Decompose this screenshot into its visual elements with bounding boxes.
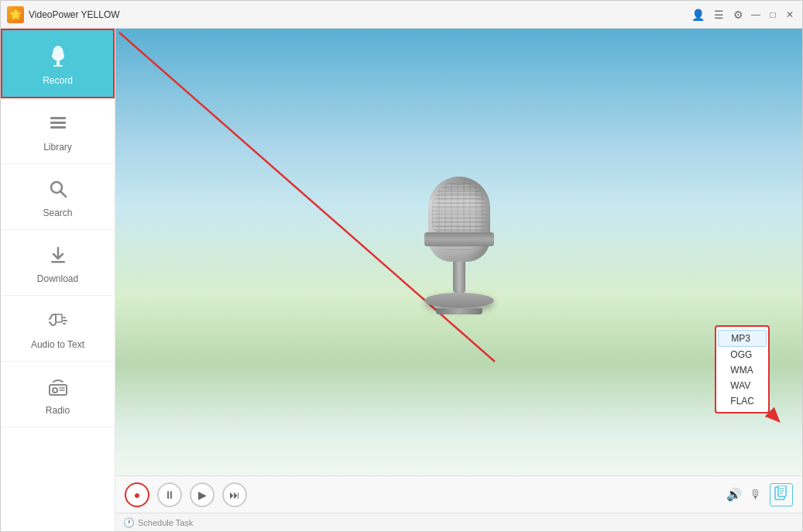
sidebar-download-label: Download bbox=[37, 273, 78, 284]
format-popup: MP3 OGG WMA WAV FLAC bbox=[715, 325, 770, 414]
svg-line-7 bbox=[60, 191, 66, 197]
sidebar-item-audio-to-text[interactable]: Audio to Text bbox=[1, 296, 115, 362]
schedule-task-label[interactable]: Schedule Task bbox=[138, 518, 193, 527]
sidebar-library-label: Library bbox=[43, 142, 72, 153]
content-area: MP3 OGG WMA WAV FLAC bbox=[115, 29, 802, 531]
record-dot-icon: ● bbox=[134, 489, 140, 501]
microphone-illustration bbox=[424, 177, 494, 314]
sidebar-item-radio[interactable]: Radio bbox=[1, 362, 115, 427]
sidebar-item-record[interactable]: Record bbox=[1, 29, 115, 98]
maximize-button[interactable]: □ bbox=[767, 9, 779, 21]
format-item-wav[interactable]: WAV bbox=[718, 378, 767, 393]
minimize-button[interactable]: — bbox=[750, 9, 762, 21]
player-right-icons: 🔊 🎙 bbox=[726, 483, 793, 506]
play-icon: ▶ bbox=[198, 489, 207, 501]
sidebar-audio-to-text-label: Audio to Text bbox=[31, 339, 84, 350]
menu-icon[interactable]: ☰ bbox=[714, 9, 724, 21]
title-bar: 🌟 VideoPower YELLOW 👤 ☰ ⚙ — □ ✕ bbox=[1, 1, 802, 29]
sidebar-search-label: Search bbox=[43, 208, 72, 218]
svg-rect-2 bbox=[53, 65, 63, 67]
sidebar: Record Library bbox=[1, 29, 115, 531]
clock-icon: 🕐 bbox=[123, 517, 135, 528]
mic-body bbox=[428, 177, 490, 262]
format-item-flac[interactable]: FLAC bbox=[718, 393, 767, 409]
mic-grill bbox=[432, 180, 486, 239]
radio-icon bbox=[47, 376, 69, 400]
app-logo: 🌟 bbox=[7, 6, 24, 23]
profile-icon[interactable]: 👤 bbox=[691, 9, 705, 21]
svg-rect-5 bbox=[50, 126, 66, 129]
sidebar-item-library[interactable]: Library bbox=[1, 98, 115, 164]
sidebar-item-search[interactable]: Search bbox=[1, 164, 115, 230]
svg-rect-8 bbox=[51, 261, 65, 263]
search-icon bbox=[47, 178, 69, 203]
status-bar: 🕐 Schedule Task bbox=[115, 513, 802, 531]
app-window: 🌟 VideoPower YELLOW 👤 ☰ ⚙ — □ ✕ bbox=[0, 0, 803, 532]
main-area: Record Library bbox=[1, 29, 802, 531]
format-item-wma[interactable]: WMA bbox=[718, 362, 767, 378]
library-icon bbox=[47, 112, 69, 137]
play-button[interactable]: ▶ bbox=[190, 482, 214, 507]
close-button[interactable]: ✕ bbox=[784, 9, 796, 21]
pause-button[interactable]: ⏸ bbox=[157, 482, 182, 507]
sidebar-item-download[interactable]: Download bbox=[1, 230, 115, 296]
audio-to-text-icon bbox=[47, 310, 69, 335]
skip-button[interactable]: ⏭ bbox=[222, 482, 247, 507]
mic-neck bbox=[453, 262, 465, 293]
sidebar-record-label: Record bbox=[43, 75, 73, 86]
player-controls: ● ⏸ ▶ ⏭ bbox=[125, 482, 247, 507]
settings-icon[interactable]: ⚙ bbox=[733, 9, 743, 21]
skip-icon: ⏭ bbox=[229, 489, 240, 501]
svg-point-10 bbox=[53, 388, 57, 393]
record-button[interactable]: ● bbox=[125, 482, 149, 507]
mic-base-plate bbox=[436, 308, 482, 314]
player-bar: ● ⏸ ▶ ⏭ 🔊 🎙 bbox=[115, 475, 802, 513]
volume-icon[interactable]: 🔊 bbox=[726, 487, 742, 502]
format-selector-icon[interactable] bbox=[770, 483, 793, 506]
svg-rect-3 bbox=[50, 117, 66, 119]
app-title: VideoPower YELLOW bbox=[29, 9, 691, 20]
download-icon bbox=[47, 244, 69, 269]
pause-icon: ⏸ bbox=[164, 489, 175, 501]
title-bar-action-icons: 👤 ☰ ⚙ bbox=[691, 9, 743, 21]
record-icon bbox=[46, 44, 70, 70]
format-item-ogg[interactable]: OGG bbox=[718, 347, 767, 362]
svg-rect-4 bbox=[50, 122, 66, 124]
mic-base bbox=[424, 293, 494, 308]
sidebar-radio-label: Radio bbox=[46, 405, 70, 416]
mic-settings-icon[interactable]: 🎙 bbox=[750, 488, 762, 502]
mic-band bbox=[424, 232, 494, 246]
main-content: MP3 OGG WMA WAV FLAC bbox=[115, 29, 802, 475]
window-controls: — □ ✕ bbox=[750, 9, 796, 21]
format-item-mp3[interactable]: MP3 bbox=[718, 330, 767, 347]
svg-rect-1 bbox=[57, 61, 60, 65]
